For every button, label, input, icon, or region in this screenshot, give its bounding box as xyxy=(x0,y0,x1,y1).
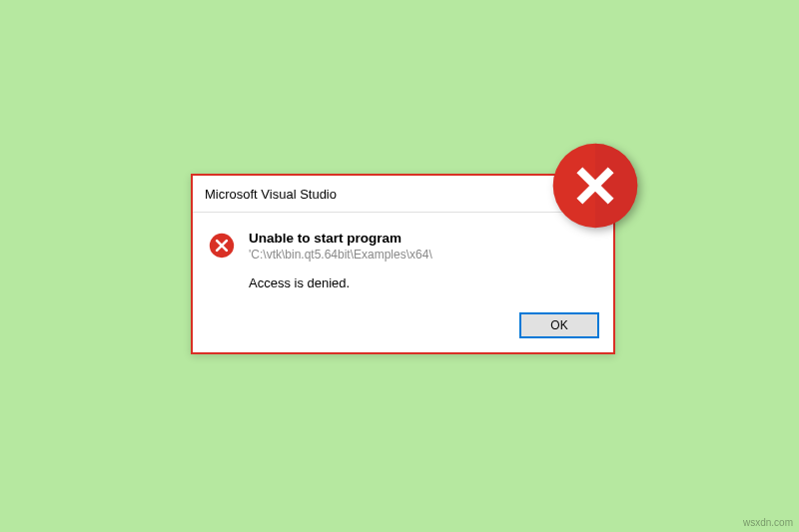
error-message-path: 'C:\vtk\bin.qt5.64bit\Examples\x64\ xyxy=(249,248,597,262)
error-icon xyxy=(209,233,235,259)
dialog-title: Microsoft Visual Studio xyxy=(205,187,337,202)
ok-button[interactable]: OK xyxy=(519,312,599,338)
error-badge-icon xyxy=(549,140,641,232)
dialog-button-row: OK xyxy=(193,304,613,352)
message-block: Unable to start program 'C:\vtk\bin.qt5.… xyxy=(249,231,597,290)
error-message-secondary: Access is denied. xyxy=(249,275,597,290)
error-message-main: Unable to start program xyxy=(249,231,597,246)
watermark: wsxdn.com xyxy=(743,517,793,528)
